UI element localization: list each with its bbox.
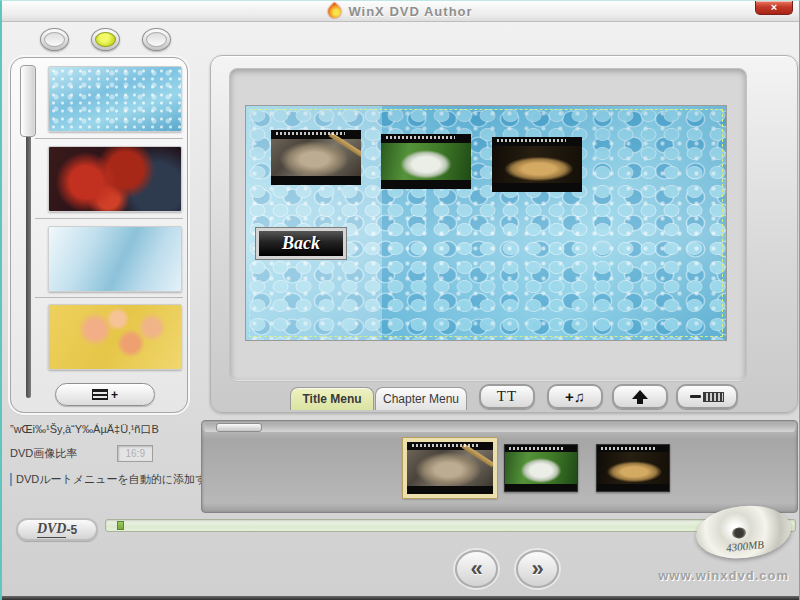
aspect-ratio-input[interactable] (117, 445, 153, 462)
close-button[interactable]: × (755, 1, 793, 15)
preview-panel: Back (210, 55, 798, 413)
window-control-dots (40, 28, 171, 51)
control-dot-2-inner (95, 32, 116, 47)
control-dot-2[interactable] (91, 28, 120, 51)
disc-capacity-label: 4300MB (697, 535, 793, 557)
tab-title-menu[interactable]: Title Menu (290, 387, 374, 410)
add-template-button[interactable]: + (55, 383, 155, 406)
slider-grid-icon (703, 392, 724, 402)
app-window: WinX DVD Author × + ”wŒi‰¹Šy‚à“Y‰ÁµÄ‡Ü‚¹… (0, 0, 800, 600)
window-title: WinX DVD Author (348, 4, 472, 19)
template-separator (35, 138, 183, 139)
cat-clip-2-watermark-text (509, 447, 564, 450)
timeline-strip (201, 420, 798, 513)
template-separator (35, 218, 183, 219)
menu-back-button[interactable]: Back (256, 228, 346, 259)
cat-clip-3[interactable] (596, 444, 670, 492)
cat-menu-thumb-2[interactable] (381, 134, 471, 189)
cat-clip-2[interactable] (504, 444, 578, 492)
cat-menu-thumb-1[interactable] (271, 130, 361, 185)
status-text: ”wŒi‰¹Šy‚à“Y‰ÁµÄ‡Ü‚¹ñ口B (10, 422, 205, 437)
previous-step-button[interactable]: « (455, 550, 498, 588)
template-thumbnail-blue-water[interactable] (48, 66, 182, 132)
cat-clip-1-watermark-text (412, 444, 477, 447)
settings-block: ”wŒi‰¹Šy‚à“Y‰ÁµÄ‡Ü‚¹ñ口B DVD画像比率 DVDルートメニ… (10, 422, 205, 487)
aspect-ratio-row: DVD画像比率 (10, 445, 205, 462)
cat-1-image (271, 139, 361, 176)
cat-2-image (381, 143, 471, 180)
disc-type-brand: DVD (37, 521, 67, 538)
sidebar-scrollbar-thumb[interactable] (20, 65, 36, 137)
auto-root-menu-row: DVDルートメニューを自動的に添加する (10, 472, 205, 487)
cat-1-watermark-text (276, 132, 344, 135)
auto-root-menu-checkbox[interactable] (10, 473, 12, 486)
tab-chapter-menu[interactable]: Chapter Menu (375, 387, 467, 410)
template-separator (35, 297, 183, 298)
auto-root-menu-label: DVDルートメニューを自動的に添加する (16, 472, 218, 487)
timeline-scrollbar-track[interactable] (204, 423, 795, 432)
plus-icon: + (111, 389, 118, 401)
control-dot-1[interactable] (40, 28, 69, 51)
cat-clip-2-image (505, 452, 577, 483)
add-music-button[interactable]: +♫ (547, 384, 603, 409)
control-dot-1-inner (44, 32, 65, 47)
titlebar: WinX DVD Author (2, 1, 799, 22)
up-arrow-icon (632, 390, 648, 404)
preview-screen: Back (229, 68, 747, 382)
app-flame-icon (326, 2, 344, 20)
slider-dash-icon (690, 395, 701, 398)
disc-hole (732, 527, 747, 539)
disc-capacity-bar (105, 519, 796, 532)
template-sidebar: + (10, 57, 188, 413)
website-watermark: www.winxdvd.com (658, 568, 789, 583)
cat-2-watermark-text (386, 136, 454, 139)
cat-clip-3-watermark-text (601, 447, 656, 450)
dvd-menu-canvas[interactable]: Back (246, 106, 726, 340)
cat-menu-thumb-3[interactable] (492, 137, 582, 192)
move-up-button[interactable] (612, 384, 668, 409)
capacity-marker[interactable] (117, 521, 124, 530)
cat-clip-3-image (597, 452, 669, 483)
control-dot-3-inner (146, 32, 167, 47)
add-text-button[interactable]: TT (479, 384, 535, 409)
cat-3-image (492, 146, 582, 183)
control-dot-3[interactable] (142, 28, 171, 51)
disc-type-button[interactable]: DVD -5 (16, 518, 98, 541)
template-thumbnail-red-flowers[interactable] (48, 146, 182, 212)
disc-type-size: -5 (66, 523, 77, 537)
aspect-ratio-label: DVD画像比率 (10, 446, 77, 461)
template-thumbnail-soft-blue[interactable] (48, 226, 182, 292)
template-thumbnail-yellow-flowers[interactable] (48, 304, 182, 370)
background-settings-button[interactable] (676, 384, 738, 409)
next-step-button[interactable]: » (516, 550, 559, 588)
cat-clip-1-image (407, 450, 493, 485)
timeline-scrollbar-thumb[interactable] (216, 423, 262, 432)
cat-clip-1[interactable] (403, 438, 497, 498)
back-button-label: Back (282, 233, 320, 254)
cat-3-watermark-text (497, 139, 565, 142)
list-plus-icon (92, 389, 108, 400)
